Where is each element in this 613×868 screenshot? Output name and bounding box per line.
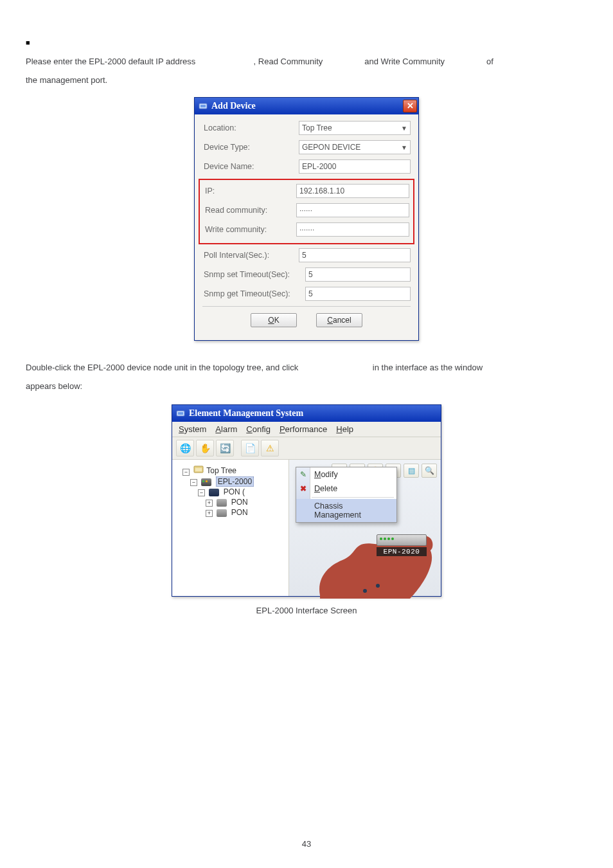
ems-window: Element Management System System Alarm C… (172, 404, 441, 597)
menu-alarm-u: A (215, 424, 221, 434)
mid-1a: Double-click the EPL-2000 device node un… (26, 363, 298, 372)
menu-config-u: C (246, 424, 252, 434)
device-icon (201, 478, 211, 486)
write-community-input[interactable] (296, 222, 409, 237)
poll-interval-label: Poll Interval(Sec.): (202, 251, 299, 260)
port-icon (217, 509, 227, 517)
tree-pon1[interactable]: PON (231, 498, 248, 507)
highlighted-fields: IP: Read community: Write community: (199, 179, 414, 244)
cancel-mnemonic: C (327, 316, 333, 325)
cancel-button[interactable]: Cancel (316, 313, 362, 327)
ems-app-icon (176, 409, 185, 418)
svg-rect-1 (200, 105, 206, 107)
ctx-modify-r: odify (321, 470, 337, 479)
globe-icon: 🌐 (180, 443, 191, 453)
intro-paragraph-2: the management port. (26, 71, 587, 90)
read-community-label: Read community: (204, 206, 296, 215)
write-community-label: Write community: (204, 225, 296, 234)
add-device-dialog: Add Device ✕ Location: Top Tree ▼ Device… (194, 97, 419, 341)
menu-alarm[interactable]: Alarm (215, 424, 237, 434)
context-menu: ✎ Modify ✖ Delete Chassis Management (296, 467, 397, 523)
svg-point-7 (376, 584, 380, 588)
tree-pon-card[interactable]: PON ( (224, 487, 245, 496)
snmp-get-timeout-input[interactable] (305, 287, 411, 301)
menu-alarm-r: larm (221, 424, 237, 434)
menu-config[interactable]: Config (246, 424, 271, 434)
ok-mnemonic: O (268, 316, 274, 325)
figure-caption: EPL-2000 Interface Screen (26, 606, 587, 615)
close-button[interactable]: ✕ (403, 100, 417, 113)
chevron-down-icon: ▼ (401, 125, 407, 132)
document-icon: 📄 (245, 443, 256, 453)
tree-pon2[interactable]: PON (231, 508, 248, 517)
intro-paragraph: Please enter the EPL-2000 default IP add… (26, 53, 587, 71)
svg-rect-3 (178, 412, 183, 415)
map-tool-zoom[interactable]: 🔍 (422, 464, 437, 478)
menu-help-u: H (336, 424, 342, 434)
toolbar-btn-1[interactable]: 🌐 (176, 440, 194, 457)
port-icon (217, 499, 227, 507)
ems-titlebar: Element Management System (172, 405, 441, 422)
intro-1b: , Read Community (254, 57, 323, 66)
ctx-chassis-management[interactable]: Chassis Management (296, 499, 396, 522)
ip-label: IP: (204, 186, 296, 195)
map-tool-grid[interactable]: ▤ (404, 464, 419, 478)
page-number: 43 (0, 839, 613, 849)
intro-gap2 (325, 57, 362, 66)
poll-interval-input[interactable] (299, 248, 411, 262)
refresh-icon: 🔄 (220, 443, 231, 453)
mid-1b: in the interface as the window (373, 363, 483, 372)
menu-system[interactable]: System (179, 424, 206, 434)
toolbar-btn-5[interactable]: ⚠ (261, 440, 279, 457)
toolbar-btn-4[interactable]: 📄 (241, 440, 259, 457)
close-icon: ✕ (407, 101, 414, 111)
device-name-input[interactable] (299, 159, 411, 174)
map-device-block[interactable]: EPN-2020 (377, 534, 427, 556)
menu-system-u: S (179, 424, 184, 434)
ok-button[interactable]: OK (251, 313, 297, 327)
ctx-chassis-label: Chassis Management (314, 502, 390, 520)
menu-perf-u: P (280, 424, 285, 434)
snmp-set-timeout-input[interactable] (305, 267, 411, 282)
hand-icon: ✋ (200, 443, 211, 453)
tree-epl-node[interactable]: EPL-2000 (216, 476, 254, 487)
cancel-rest: ancel (333, 316, 351, 325)
menu-help[interactable]: Help (336, 424, 353, 434)
menu-perf-r: erformance (285, 424, 328, 434)
chevron-down-icon: ▼ (401, 144, 407, 151)
tree-root-icon (193, 465, 204, 476)
ems-title: Element Management System (189, 408, 303, 419)
tree-collapse-icon[interactable]: − (198, 489, 205, 496)
tree-expand-icon[interactable]: + (206, 500, 213, 507)
ctx-delete-u: D (314, 484, 320, 493)
svg-rect-5 (195, 468, 202, 471)
grid-icon: ▤ (408, 466, 415, 475)
menu-performance[interactable]: Performance (280, 424, 327, 434)
mid-paragraph: Double-click the EPL-2000 device node un… (26, 359, 587, 377)
topology-tree[interactable]: − Top Tree − EPL-2000 (172, 460, 289, 596)
dialog-titlebar: Add Device ✕ (195, 98, 418, 114)
menu-config-r: onfig (253, 424, 271, 434)
snmp-set-timeout-label: Snmp set Timeout(Sec): (202, 270, 305, 279)
mid-gap (301, 363, 370, 372)
ctx-modify[interactable]: ✎ Modify (296, 467, 396, 482)
toolbar-btn-2[interactable]: ✋ (196, 440, 214, 457)
card-icon (209, 489, 219, 496)
tree-expand-icon[interactable]: + (206, 510, 213, 517)
toolbar-btn-3[interactable]: 🔄 (216, 440, 234, 457)
location-combo[interactable]: Top Tree ▼ (299, 121, 411, 135)
ip-input[interactable] (296, 184, 409, 198)
device-type-combo[interactable]: GEPON DEVICE ▼ (299, 140, 411, 154)
ctx-delete[interactable]: ✖ Delete (296, 482, 396, 496)
device-type-label: Device Type: (202, 143, 299, 152)
svg-point-6 (363, 589, 367, 593)
intro-1d: of (486, 57, 493, 66)
ems-menubar: System Alarm Config Performance Help (172, 422, 441, 437)
snmp-get-timeout-label: Snmp get Timeout(Sec): (202, 289, 305, 298)
menu-help-r: elp (342, 424, 353, 434)
tree-collapse-icon[interactable]: − (190, 479, 197, 486)
device-type-value: GEPON DEVICE (302, 143, 360, 152)
tree-collapse-icon[interactable]: − (182, 469, 190, 476)
ctx-modify-u: M (314, 470, 321, 479)
read-community-input[interactable] (296, 203, 409, 217)
